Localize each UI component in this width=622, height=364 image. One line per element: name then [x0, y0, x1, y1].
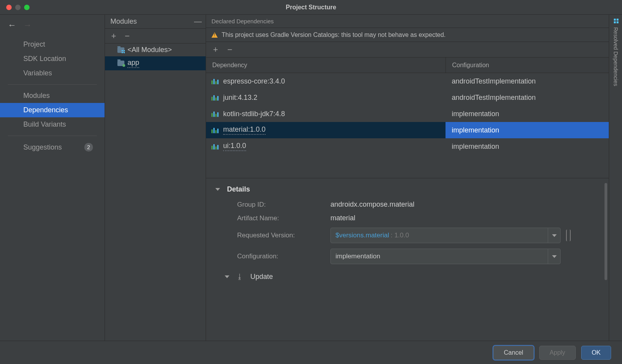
module-label: <All Modules>: [128, 46, 172, 54]
scrollbar-thumb[interactable]: [605, 183, 607, 280]
grid-icon: [613, 19, 619, 24]
modules-header: Modules —: [105, 15, 206, 29]
dependency-rows: espresso-core:3.4.0 androidTestImplement…: [206, 73, 609, 155]
footer: Cancel Apply OK: [0, 341, 622, 364]
sidebar-item-label: Modules: [23, 92, 50, 100]
sidebar-item-label: Project: [23, 40, 45, 49]
requested-version-combo[interactable]: $versions.material : 1.0.0: [330, 228, 561, 243]
sidebar-item-label: Build Variants: [23, 120, 66, 129]
folder-icon: [117, 47, 124, 53]
sidebar-item-dependencies[interactable]: Dependencies: [0, 103, 105, 117]
group-id-label: Group ID:: [237, 201, 330, 209]
sidebar-item-variables[interactable]: Variables: [0, 66, 105, 80]
configuration-value: implementation: [335, 253, 380, 260]
nav-arrows: ← →: [0, 15, 105, 37]
dep-conf: implementation: [446, 110, 609, 118]
chevron-down-icon: [215, 188, 220, 191]
details-grid: Group ID: androidx.compose.material Arti…: [215, 200, 599, 264]
chevron-down-icon: [225, 275, 229, 278]
dependencies-area: Declared Dependencies This project uses …: [206, 15, 609, 341]
chevron-down-icon[interactable]: [548, 249, 560, 264]
configuration-label: Configuration:: [237, 253, 330, 260]
module-app[interactable]: app: [105, 56, 206, 70]
table-row[interactable]: ui:1.0.0 implementation: [206, 138, 609, 155]
sidebar-item-build-variants[interactable]: Build Variants: [0, 117, 105, 132]
library-icon: [211, 94, 218, 101]
artifact-name-value: material: [330, 214, 561, 222]
divider: [8, 84, 97, 85]
add-dependency-icon[interactable]: +: [213, 45, 218, 55]
cancel-button[interactable]: Cancel: [493, 346, 534, 360]
library-icon: [211, 111, 218, 117]
sidebar-item-sdk-location[interactable]: SDK Location: [0, 52, 105, 66]
folder-icon: [117, 61, 124, 66]
dep-conf: androidTestImplementation: [446, 77, 609, 85]
warning-bar: This project uses Gradle Version Catalog…: [206, 28, 609, 42]
add-module-icon[interactable]: +: [111, 31, 116, 41]
spacer: [206, 155, 609, 178]
library-icon: [211, 78, 218, 84]
dep-conf: androidTestImplementation: [446, 94, 609, 102]
dep-conf: implementation: [446, 143, 609, 151]
minimize-panel-icon[interactable]: —: [194, 17, 202, 26]
col-dependency: Dependency: [206, 57, 446, 73]
modules-panel: Modules — + − <All Modules> app: [105, 15, 206, 341]
details-title: Details: [227, 185, 250, 193]
table-row[interactable]: material:1.0.0 implementation: [206, 122, 609, 138]
dep-conf: implementation: [446, 122, 609, 138]
chevron-down-icon[interactable]: [548, 228, 560, 243]
table-row[interactable]: kotlin-stdlib-jdk7:4.8 implementation: [206, 106, 609, 122]
warning-icon: [211, 32, 218, 38]
configuration-combo[interactable]: implementation: [330, 249, 561, 264]
table-row[interactable]: espresso-core:3.4.0 androidTestImplement…: [206, 73, 609, 89]
sidebar: ← → Project SDK Location Variables Modul…: [0, 15, 105, 341]
module-all[interactable]: <All Modules>: [105, 44, 206, 56]
details-header[interactable]: Details: [215, 185, 599, 193]
ok-button[interactable]: OK: [581, 346, 611, 360]
dep-name: ui:1.0.0: [223, 142, 246, 151]
modules-toolbar: + −: [105, 29, 206, 44]
sidebar-item-label: Variables: [23, 69, 52, 77]
library-icon: [211, 127, 218, 133]
section-title: Declared Dependencies: [211, 18, 274, 24]
sidebar-item-project[interactable]: Project: [0, 37, 105, 52]
download-icon: ⭳: [236, 273, 243, 281]
group-id-value: androidx.compose.material: [330, 200, 561, 209]
sidebar-item-suggestions[interactable]: Suggestions 2: [0, 140, 105, 155]
remove-dependency-icon[interactable]: −: [227, 45, 232, 55]
nav-forward-icon: →: [23, 20, 32, 30]
requested-version-label: Requested Version:: [237, 232, 330, 239]
declared-dependencies-header: Declared Dependencies: [206, 15, 609, 28]
update-header[interactable]: ⭳ Update: [215, 264, 599, 286]
sidebar-item-modules[interactable]: Modules: [0, 89, 105, 103]
suggestions-badge: 2: [84, 143, 93, 152]
resolved-dependencies-tab[interactable]: Resolved Dependencies: [609, 15, 622, 341]
project-structure-window: Project Structure ← → Project SDK Locati…: [0, 0, 622, 364]
resolved-tab-label: Resolved Dependencies: [613, 27, 619, 86]
titlebar: Project Structure: [0, 0, 622, 15]
dep-name: espresso-core:3.4.0: [223, 77, 285, 85]
library-icon: [211, 143, 218, 150]
details-panel: Details Group ID: androidx.compose.mater…: [206, 178, 609, 286]
dep-name: material:1.0.0: [223, 125, 266, 135]
modules-title: Modules: [110, 17, 137, 26]
module-label: app: [128, 59, 139, 68]
warning-text: This project uses Gradle Version Catalog…: [222, 31, 446, 38]
window-title: Project Structure: [0, 4, 622, 11]
nav-back-icon[interactable]: ←: [8, 20, 16, 30]
apply-button[interactable]: Apply: [539, 346, 576, 360]
drag-handle-icon[interactable]: [566, 230, 571, 241]
table-row[interactable]: junit:4.13.2 androidTestImplementation: [206, 89, 609, 106]
dep-name: kotlin-stdlib-jdk7:4.8: [223, 110, 285, 118]
remove-module-icon[interactable]: −: [125, 31, 130, 41]
table-head: Dependency Configuration: [206, 57, 609, 73]
body: ← → Project SDK Location Variables Modul…: [0, 15, 622, 341]
dep-name: junit:4.13.2: [223, 94, 257, 102]
dependencies-toolbar: + −: [206, 42, 609, 57]
version-suffix: : 1.0.0: [391, 232, 409, 239]
update-title: Update: [250, 273, 273, 281]
main: Declared Dependencies This project uses …: [206, 15, 622, 341]
divider: [8, 136, 97, 136]
sidebar-item-label: SDK Location: [23, 55, 66, 63]
col-configuration: Configuration: [446, 57, 609, 73]
